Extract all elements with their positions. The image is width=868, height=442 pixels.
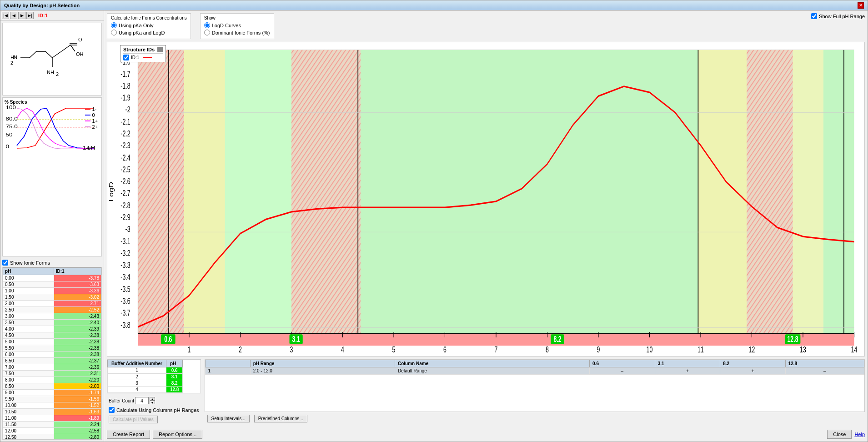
species-legend: 1- 0 1+ 2+: [85, 106, 98, 130]
svg-text:O: O: [78, 37, 82, 42]
nav-last-button[interactable]: ▶|: [26, 12, 34, 19]
col-ph-3.1: 3.1: [655, 360, 720, 367]
table-row-val: -3.63: [54, 281, 101, 288]
table-row-ph: 6.00: [3, 352, 54, 358]
show-ionic-container: Show Ionic Forms: [0, 258, 104, 267]
svg-text:14: 14: [83, 145, 90, 150]
report-options-button[interactable]: Report Options...: [153, 430, 202, 439]
svg-text:80.0: 80.0: [5, 116, 17, 121]
table-row-val: -2.20: [54, 377, 101, 383]
svg-text:-3: -3: [125, 225, 130, 234]
legend-1minus: 1-: [85, 106, 98, 112]
show-full-ph-label: Show Full pH Range: [819, 14, 865, 19]
svg-text:NH: NH: [47, 70, 54, 75]
buffer-section: Buffer Additive Number pH 1 0.6 2 3.1 3 …: [107, 359, 201, 425]
calc-checkbox-label: Calculate Using Columns pH Ranges: [109, 407, 199, 413]
col-id1: ID:1: [54, 268, 101, 275]
table-row-val: -1.52: [54, 402, 101, 409]
table-row-ph: 0.00: [3, 275, 54, 281]
show-ionic-radio[interactable]: [204, 30, 210, 35]
calc-checkbox-text: Calculate Using Columns pH Ranges: [116, 407, 199, 413]
svg-text:4: 4: [341, 345, 344, 354]
navigation-bar: |◀ ◀ ▶ ▶| ID:1: [0, 10, 104, 21]
svg-rect-38: [138, 50, 184, 333]
svg-text:8.2: 8.2: [553, 334, 561, 343]
structure-ids-collapse[interactable]: [157, 47, 163, 52]
close-button[interactable]: ✕: [858, 2, 864, 9]
table-row-val: -1.89: [54, 415, 101, 422]
show-option-logd: LogD Curves: [204, 22, 270, 28]
ph-v1: –: [590, 367, 655, 375]
create-report-button[interactable]: Create Report: [107, 430, 150, 439]
spinner-down[interactable]: ▼: [150, 401, 155, 404]
svg-text:2: 2: [56, 71, 59, 77]
col-buffer-ph: pH: [166, 360, 182, 367]
calc-logd-radio[interactable]: [111, 30, 117, 35]
molecule-svg: H 2 N O OH: [7, 25, 98, 93]
show-ionic-checkbox[interactable]: [2, 260, 8, 266]
buffer-row-ph: 8.2: [166, 380, 182, 387]
table-row-ph: 3.50: [3, 320, 54, 326]
col-ph: pH: [3, 268, 54, 275]
svg-text:9: 9: [597, 345, 600, 354]
structure-id-checkbox[interactable]: [123, 55, 129, 60]
ph-range-table-container[interactable]: pH Range Column Name 0.6 3.1 8.2 12.8: [205, 359, 865, 412]
data-table-container[interactable]: pH ID:1 0.00 -3.78 0.50 -3.63 1.00 -3.36…: [2, 267, 102, 440]
help-button[interactable]: Help: [854, 430, 865, 439]
calc-pka-radio[interactable]: [111, 22, 117, 28]
buffer-row-num: 4: [108, 387, 166, 393]
table-row-val: -2.71: [54, 301, 101, 307]
calculate-group: Calculate Ionic Forms Concentrations Usi…: [107, 13, 191, 39]
structure-id-label: ID:1: [131, 55, 139, 60]
svg-text:50: 50: [5, 132, 12, 137]
show-logd-label: LogD Curves: [212, 23, 241, 28]
setup-intervals-button[interactable]: Setup Intervals...: [207, 415, 250, 422]
svg-text:2: 2: [239, 345, 242, 354]
calculate-ph-button[interactable]: Calculate pH Values: [109, 416, 158, 423]
svg-text:-3.3: -3.3: [120, 261, 130, 270]
nav-prev-button[interactable]: ◀: [10, 12, 17, 19]
calc-logd-label: Using pKa and LogD: [119, 30, 165, 35]
svg-text:-2: -2: [125, 105, 130, 114]
calc-checkbox-container: Calculate Using Columns pH Ranges: [107, 406, 201, 414]
ph-v4: –: [785, 367, 864, 375]
show-logd-radio[interactable]: [204, 22, 210, 28]
table-row-ph: 1.50: [3, 294, 54, 301]
buffer-row-ph: 0.6: [166, 367, 182, 374]
spinner-up[interactable]: ▲: [150, 397, 155, 401]
table-row-ph: 4.50: [3, 332, 54, 339]
svg-text:-2.8: -2.8: [120, 201, 130, 210]
table-row-ph: 5.00: [3, 339, 54, 345]
show-group: Show LogD Curves Dominant Ionic Forms (%…: [200, 13, 274, 39]
svg-text:5: 5: [392, 345, 396, 354]
table-row-ph: 11.50: [3, 422, 54, 428]
table-row-ph: 1.00: [3, 288, 54, 294]
show-full-ph-checkbox[interactable]: [811, 13, 817, 19]
svg-text:-3.6: -3.6: [120, 296, 130, 306]
show-group-title: Show: [204, 15, 270, 20]
structure-ids-title: Structure IDs: [123, 47, 163, 54]
calc-btn-container: Calculate pH Values: [107, 414, 201, 425]
svg-text:-2.3: -2.3: [120, 141, 130, 150]
buffer-count-input[interactable]: [135, 397, 149, 404]
show-ionic-label: Show Ionic Forms: [10, 260, 50, 266]
calculate-group-title: Calculate Ionic Forms Concentrations: [111, 15, 187, 20]
ph-range-num: 1: [205, 367, 250, 375]
table-row-val: -2.52: [54, 307, 101, 313]
close-button[interactable]: Close: [827, 430, 852, 439]
show-full-ph-container: Show Full pH Range: [811, 13, 865, 19]
svg-text:13: 13: [800, 345, 806, 354]
svg-text:-3.2: -3.2: [120, 249, 130, 258]
nav-first-button[interactable]: |◀: [2, 12, 9, 19]
calc-using-columns-checkbox[interactable]: [109, 407, 115, 413]
data-table: pH ID:1 0.00 -3.78 0.50 -3.63 1.00 -3.36…: [3, 267, 101, 440]
table-row-val: -2.58: [54, 428, 101, 434]
title-bar: Quality by Design: pH Selection ✕: [0, 0, 868, 10]
nav-next-button[interactable]: ▶: [18, 12, 25, 19]
right-panel: Calculate Ionic Forms Concentrations Usi…: [104, 10, 868, 442]
svg-text:12: 12: [749, 345, 755, 354]
buffer-row-num: 3: [108, 380, 166, 387]
predefined-columns-button[interactable]: Predefined Columns...: [254, 415, 307, 422]
window-title: Quality by Design: pH Selection: [4, 3, 80, 8]
legend-color-1minus: [85, 109, 90, 110]
